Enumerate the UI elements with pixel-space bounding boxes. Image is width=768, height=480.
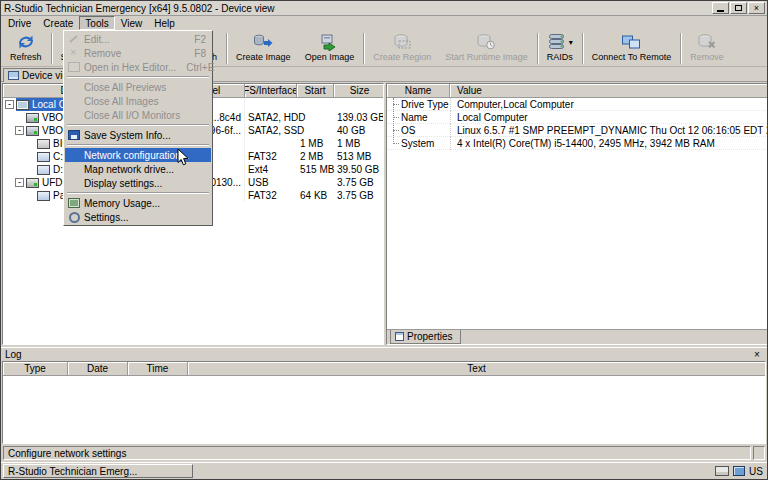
column-header-time[interactable]: Time — [128, 362, 188, 375]
close-button[interactable]: × — [748, 2, 765, 14]
system-tray: US — [715, 466, 763, 477]
column-header-start[interactable]: Start — [297, 84, 334, 97]
taskbar: R-Studio Technician Emerg... US — [1, 462, 767, 479]
computer-icon — [16, 100, 29, 110]
menu-separator — [67, 76, 209, 78]
start-runtime-image-icon — [476, 33, 496, 51]
menu-item-display-settings[interactable]: Display settings... — [65, 176, 211, 190]
menu-item-memory-usage[interactable]: Memory Usage... — [65, 196, 211, 210]
window-controls: × — [711, 2, 765, 14]
expander-icon[interactable] — [15, 126, 24, 135]
menu-item-map-network-drive[interactable]: Map network drive... — [65, 162, 211, 176]
column-header-type[interactable]: Type — [3, 362, 68, 375]
log-title: Log — [5, 349, 22, 360]
memory-icon — [68, 198, 80, 208]
menu-view[interactable]: View — [115, 16, 149, 30]
properties-table-header: Name Value — [387, 84, 768, 98]
maximize-icon — [735, 5, 742, 11]
menu-item-edit[interactable]: Edit... F2 — [65, 32, 211, 46]
usb-drive-icon — [26, 178, 39, 188]
blank-icon — [68, 164, 80, 174]
language-indicator[interactable]: US — [749, 466, 763, 477]
remove-icon — [68, 48, 80, 58]
column-header-value[interactable]: Value — [450, 84, 768, 97]
properties-tab-strip: Properties — [387, 329, 768, 344]
close-icon: × — [754, 4, 759, 13]
taskbar-app-button[interactable]: R-Studio Technician Emerg... — [3, 464, 193, 478]
property-row-os[interactable]: OS Linux 6.5.7 #1 SMP PREEMPT_DYNAMIC Th… — [387, 124, 768, 137]
refresh-button[interactable]: Refresh — [3, 31, 49, 66]
minimize-icon — [717, 10, 724, 12]
properties-rows: Drive Type Computer,Local Computer Name … — [387, 98, 768, 329]
toolbar-separator — [226, 33, 227, 64]
partition-icon — [37, 139, 50, 149]
hex-editor-icon — [68, 62, 80, 72]
menu-tools[interactable]: Tools — [79, 16, 114, 30]
keyboard-icon[interactable] — [715, 466, 729, 476]
log-body — [3, 376, 765, 443]
menu-item-close-all-io-monitors[interactable]: Close All I/O Monitors — [65, 108, 211, 122]
menu-item-close-all-previews[interactable]: Close All Previews — [65, 80, 211, 94]
menu-separator — [67, 192, 209, 194]
open-image-button[interactable]: Open Image — [298, 31, 362, 66]
property-row-name[interactable]: Name Local Computer — [387, 111, 768, 124]
menu-item-network-configuration[interactable]: Network configuration... — [65, 148, 211, 162]
display-icon[interactable] — [733, 466, 745, 476]
window-title: R-Studio Technician Emergency [x64] 9.5.… — [4, 3, 275, 14]
raids-button[interactable]: ▾ RAIDs — [540, 31, 580, 66]
column-header-name[interactable]: Name — [387, 84, 450, 97]
create-region-icon — [392, 33, 412, 51]
menu-item-save-system-info[interactable]: Save System Info... — [65, 128, 211, 142]
menu-item-close-all-images[interactable]: Close All Images — [65, 94, 211, 108]
menu-create[interactable]: Create — [37, 16, 79, 30]
start-runtime-image-button[interactable]: Start Runtime Image — [438, 31, 535, 66]
connect-to-remote-button[interactable]: Connect To Remote — [585, 31, 678, 66]
raids-dropdown-arrow[interactable]: ▾ — [569, 38, 573, 47]
mouse-cursor — [177, 148, 189, 168]
blank-icon — [68, 150, 80, 160]
menu-drive[interactable]: Drive — [2, 16, 37, 30]
blank-icon — [68, 82, 80, 92]
expander-icon[interactable] — [15, 178, 24, 187]
toolbar-separator — [537, 33, 538, 64]
log-table: Type Date Time Text — [2, 361, 766, 444]
menu-item-open-in-hex-editor[interactable]: Open in Hex Editor... Ctrl+E — [65, 60, 211, 74]
partition-icon — [37, 152, 50, 162]
remove-button[interactable]: Remove — [683, 31, 731, 66]
toolbar-separator — [363, 33, 364, 64]
property-row-system[interactable]: System 4 x Intel(R) Core(TM) i5-14400, 2… — [387, 137, 768, 150]
gear-icon — [68, 212, 80, 222]
column-header-fs-interface[interactable]: FS/Interface — [245, 84, 297, 97]
column-header-size[interactable]: Size — [334, 84, 385, 97]
connect-to-remote-icon — [621, 33, 641, 51]
log-panel: Log × Type Date Time Text — [1, 347, 767, 444]
minimize-button[interactable] — [712, 2, 729, 14]
menu-item-settings[interactable]: Settings... — [65, 210, 211, 224]
menu-separator — [67, 124, 209, 126]
toolbar-separator — [680, 33, 681, 64]
partition-icon — [37, 191, 50, 201]
properties-icon — [395, 332, 404, 341]
create-image-icon — [253, 33, 273, 51]
log-table-header: Type Date Time Text — [3, 362, 765, 376]
log-title-bar: Log × — [1, 348, 767, 361]
status-message: Configure network settings — [3, 446, 751, 460]
device-view-icon — [8, 71, 19, 80]
column-header-text[interactable]: Text — [188, 362, 765, 375]
create-region-button[interactable]: Create Region — [366, 31, 438, 66]
tab-properties[interactable]: Properties — [390, 330, 461, 344]
expander-icon[interactable] — [5, 100, 14, 109]
open-image-icon — [319, 33, 339, 51]
log-close-button[interactable]: × — [751, 349, 763, 360]
status-bar: Configure network settings — [1, 444, 767, 462]
create-image-button[interactable]: Create Image — [229, 31, 298, 66]
column-header-date[interactable]: Date — [68, 362, 128, 375]
menu-item-remove[interactable]: Remove F8 — [65, 46, 211, 60]
maximize-button[interactable] — [730, 2, 747, 14]
status-grip — [753, 446, 765, 460]
menu-help[interactable]: Help — [148, 16, 181, 30]
app-window: R-Studio Technician Emergency [x64] 9.5.… — [0, 0, 768, 480]
properties-panel: Name Value Drive Type Computer,Local Com… — [386, 83, 768, 345]
property-row-drive-type[interactable]: Drive Type Computer,Local Computer — [387, 98, 768, 111]
refresh-icon — [16, 33, 36, 51]
